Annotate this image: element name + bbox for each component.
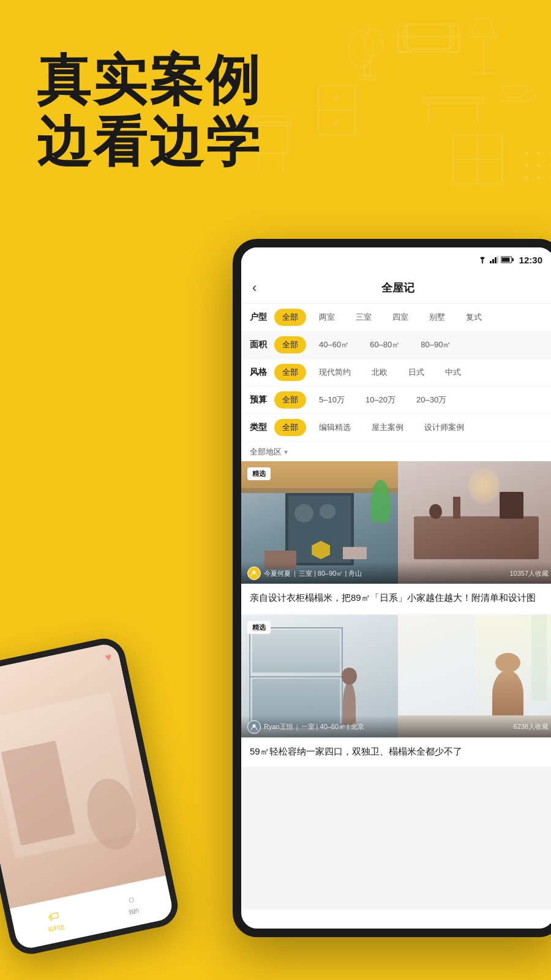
svg-rect-41 <box>512 258 514 262</box>
content-card-1[interactable]: 精选 <box>241 461 551 614</box>
card-saves-1: 10357人收藏 <box>509 569 549 578</box>
filter-tag-category-2[interactable]: 屋主案例 <box>364 419 411 436</box>
filter-tag-style-all[interactable]: 全部 <box>274 364 306 381</box>
content-card-2[interactable]: 精选 <box>241 615 551 767</box>
filter-tag-budget-1[interactable]: 5–10万 <box>311 391 353 409</box>
filter-label-type: 户型 <box>250 312 269 323</box>
battery-icon <box>501 256 514 263</box>
card-image-1: 精选 <box>241 461 551 584</box>
filter-tag-category-3[interactable]: 设计师案例 <box>416 419 472 436</box>
headline-line1: 真实案例 <box>37 50 262 110</box>
filter-tag-budget-3[interactable]: 20–30万 <box>408 391 454 409</box>
filter-tag-area-3[interactable]: 80–90㎡ <box>413 336 459 353</box>
svg-rect-11 <box>422 98 484 103</box>
filter-row-type: 户型 全部 两室 三室 四室 别墅 复式 <box>241 304 551 331</box>
status-time: 12:30 <box>519 255 542 265</box>
svg-point-16 <box>335 96 339 100</box>
card-title-1: 亲自设计衣柜榻榻米，把89㎡「日系」小家越住越大！附清单和设计图 <box>250 591 546 605</box>
filter-row-area: 面积 全部 40–60㎡ 60–80㎡ 80–90㎡ <box>241 331 551 359</box>
svg-point-26 <box>525 151 528 155</box>
back-button[interactable]: ‹ <box>252 280 257 296</box>
svg-point-27 <box>537 151 541 155</box>
filter-label-area: 面积 <box>250 339 269 350</box>
author-avatar-2 <box>247 720 261 734</box>
card-meta-1: 今夏何夏 <box>264 569 291 578</box>
filter-tag-area-2[interactable]: 60–80㎡ <box>362 336 408 353</box>
filter-row-category: 类型 全部 编辑精选 屋主案例 设计师案例 <box>241 414 551 442</box>
svg-point-31 <box>537 176 541 179</box>
filter-tag-style-4[interactable]: 中式 <box>437 364 469 381</box>
filter-tag-type-4[interactable]: 四室 <box>384 309 416 326</box>
filter-tag-style-3[interactable]: 日式 <box>400 364 432 381</box>
app-header: ‹ 全屋记 <box>241 272 551 304</box>
headline: 真实案例 边看边学 <box>37 49 262 173</box>
filter-tag-type-6[interactable]: 复式 <box>458 309 490 326</box>
region-dropdown-icon: ▾ <box>284 448 288 456</box>
signal-icon <box>490 256 498 263</box>
filter-row-style: 风格 全部 现代简约 北欧 日式 中式 <box>241 359 551 386</box>
filter-tag-style-1[interactable]: 现代简约 <box>311 364 359 381</box>
filter-tag-budget-2[interactable]: 10–20万 <box>358 391 403 409</box>
svg-rect-37 <box>492 259 494 263</box>
card-overlay-2: Ryan王恒 | 一室 | 40–60㎡ | 北京 6238人收藏 <box>241 715 551 737</box>
card-overlay-1: 今夏何夏 | 三室 | 80–90㎡ | 舟山 10357人收藏 <box>241 562 551 584</box>
svg-point-17 <box>335 121 339 124</box>
page-title: 全屋记 <box>381 281 414 295</box>
card-badge-2: 精选 <box>247 621 271 634</box>
card-room-details-1: 三室 | 80–90㎡ | 舟山 <box>299 569 362 578</box>
filter-tag-type-2[interactable]: 两室 <box>311 309 343 326</box>
svg-point-35 <box>481 262 482 263</box>
nav-item-mine[interactable]: ○ 我的 <box>125 892 140 917</box>
filter-label-style: 风格 <box>250 367 269 378</box>
filter-section: 户型 全部 两室 三室 四室 别墅 复式 面积 全部 40–60㎡ 60–80㎡… <box>241 304 551 461</box>
filter-tag-area-all[interactable]: 全部 <box>274 336 306 353</box>
nav-item-welfare[interactable]: 🏷 福利团 <box>44 908 65 934</box>
filter-row-budget: 预算 全部 5–10万 10–20万 20–30万 <box>241 386 551 414</box>
region-label: 全部地区 <box>250 447 282 458</box>
filter-tag-type-5[interactable]: 别墅 <box>421 309 453 326</box>
wifi-icon <box>478 256 487 263</box>
filter-tag-type-all[interactable]: 全部 <box>274 309 306 326</box>
filter-tag-category-1[interactable]: 编辑精选 <box>311 419 359 436</box>
card-saves-2: 6238人收藏 <box>514 722 549 731</box>
main-device: 12:30 ‹ 全屋记 户型 全部 两室 三室 四室 别墅 复式 面积 全部 4… <box>233 239 551 937</box>
svg-point-28 <box>525 164 528 167</box>
filter-tag-type-3[interactable]: 三室 <box>348 309 380 326</box>
content-list: 精选 <box>241 461 551 910</box>
card-image-2: 精选 <box>241 615 551 737</box>
filter-tag-area-1[interactable]: 40–60㎡ <box>311 336 357 353</box>
status-bar: 12:30 <box>241 247 551 272</box>
svg-rect-38 <box>495 257 497 263</box>
author-avatar-1 <box>247 567 261 580</box>
svg-marker-5 <box>471 18 496 37</box>
region-row[interactable]: 全部地区 ▾ <box>241 442 551 461</box>
card-meta-2: Ryan王恒 <box>264 722 293 731</box>
headline-line2: 边看边学 <box>37 111 262 172</box>
card-room-details-2: 一室 | 40–60㎡ | 北京 <box>301 722 365 731</box>
filter-label-budget: 预算 <box>250 394 269 405</box>
card-title-2: 59㎡轻松容纳一家四口，双独卫、榻榻米全都少不了 <box>250 745 546 759</box>
card-room-info-1: | <box>294 570 296 577</box>
svg-point-29 <box>537 164 541 167</box>
svg-rect-36 <box>490 261 492 263</box>
svg-point-30 <box>525 176 528 179</box>
filter-label-category: 类型 <box>250 422 269 433</box>
card-text-1: 亲自设计衣柜榻榻米，把89㎡「日系」小家越住越大！附清单和设计图 <box>241 584 551 614</box>
filter-tag-style-2[interactable]: 北欧 <box>364 364 395 381</box>
card-text-2: 59㎡轻松容纳一家四口，双独卫、榻榻米全都少不了 <box>241 737 551 767</box>
filter-tag-budget-all[interactable]: 全部 <box>274 391 306 409</box>
filter-tag-category-all[interactable]: 全部 <box>274 419 306 436</box>
svg-rect-42 <box>501 258 509 262</box>
svg-rect-39 <box>497 256 498 263</box>
card-badge-1: 精选 <box>247 467 271 480</box>
